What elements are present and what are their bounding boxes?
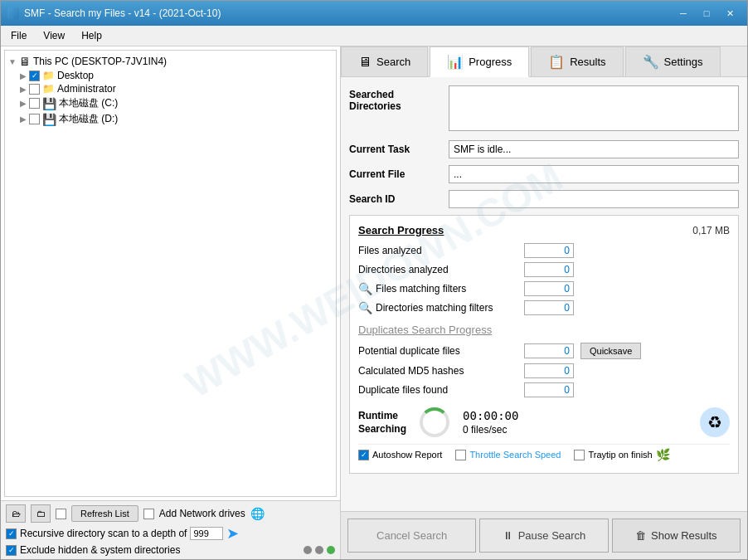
runtime-time: 00:00:00 — [463, 409, 518, 422]
tree-label-desktop: Desktop — [57, 70, 94, 81]
tree-checkbox-c[interactable] — [29, 98, 40, 109]
results-tab-icon: 📋 — [548, 54, 565, 70]
bottom-row2: ✓ Recursive directory scan to a depth of… — [6, 524, 335, 543]
tree-item-admin[interactable]: ▶ 📁 Administrator — [20, 82, 333, 95]
tab-settings[interactable]: 🔧 Settings — [625, 46, 721, 76]
search-tab-icon: 🖥 — [358, 55, 372, 70]
app-icon — [7, 7, 19, 19]
tab-results[interactable]: 📋 Results — [531, 46, 623, 76]
potential-dup-value: 0 — [524, 343, 574, 358]
exclude-label: Exclude hidden & system directories — [20, 544, 180, 556]
files-matching-value: 0 — [524, 281, 574, 296]
dup-files-value: 0 — [524, 382, 574, 397]
cancel-button[interactable]: Cancel Search — [347, 519, 476, 553]
search-progress-title: Search Progress — [358, 224, 444, 236]
traytip-option[interactable]: Traytip on finish 🌿 — [574, 448, 669, 461]
dirs-analyzed-label: Directories analyzed — [358, 264, 524, 275]
progress-header: Search Progress 0,17 MB — [358, 224, 730, 236]
search-id-label: Search ID — [349, 190, 449, 205]
current-task-row: Current Task — [349, 140, 739, 158]
tab-progress[interactable]: 📊 Progress — [430, 46, 529, 77]
tree-label-c: 本地磁盘 (C:) — [59, 96, 118, 110]
filter-icon-dirs: 🔍 — [358, 301, 372, 314]
folder-icon-desktop: 📁 — [42, 70, 55, 81]
search-progress-section: Search Progress 0,17 MB Files analyzed 0 — [349, 215, 739, 474]
menu-file[interactable]: File — [4, 27, 33, 44]
dirs-analyzed-value: 0 — [524, 262, 574, 277]
depth-input[interactable] — [190, 527, 223, 540]
tab-search[interactable]: 🖥 Search — [341, 46, 428, 76]
dirs-matching-row: 🔍 Directories matching filters 0 — [358, 300, 730, 315]
hdd-icon-c: 💾 — [42, 97, 56, 110]
exclude-checkbox[interactable]: ✓ — [6, 545, 17, 556]
tree-label-d: 本地磁盘 (D:) — [59, 112, 118, 126]
menu-help[interactable]: Help — [75, 27, 109, 44]
minimize-button[interactable]: ─ — [673, 5, 694, 22]
arrow-icon[interactable]: ➤ — [226, 524, 239, 543]
tree-item-desktop[interactable]: ▶ ✓ 📁 Desktop — [20, 69, 333, 82]
files-matching-text: Files matching filters — [376, 283, 466, 295]
add-network-checkbox[interactable] — [143, 509, 154, 519]
window-controls: ─ □ ✕ — [673, 5, 741, 22]
current-file-input[interactable] — [449, 165, 739, 183]
autoshow-label: Autoshow Report — [372, 450, 442, 460]
tree-checkbox-d[interactable] — [29, 114, 40, 124]
tree-root[interactable]: ▼ 🖥 This PC (DESKTOP-7JV1IN4) — [8, 54, 333, 69]
potential-dup-text: Potential duplicate files — [358, 345, 460, 357]
refresh-checkbox[interactable] — [56, 509, 66, 519]
runtime-labels: Runtime Searching — [358, 410, 406, 435]
maximize-button[interactable]: □ — [696, 5, 717, 22]
tree-item-d[interactable]: ▶ 💾 本地磁盘 (D:) — [20, 111, 333, 127]
close-button[interactable]: ✕ — [719, 5, 741, 22]
files-analyzed-text: Files analyzed — [358, 245, 422, 256]
autoshow-option[interactable]: ✓ Autoshow Report — [358, 450, 442, 460]
bottom-row3: ✓ Exclude hidden & system directories — [6, 544, 335, 556]
bottom-row1: 🗁 🗀 Refresh List Add Network drives 🌐 — [6, 504, 335, 523]
left-panel: ▼ 🖥 This PC (DESKTOP-7JV1IN4) ▶ ✓ 📁 Desk… — [1, 46, 341, 559]
throttle-option[interactable]: Throttle Search Speed — [455, 450, 561, 460]
current-task-input[interactable] — [449, 140, 739, 158]
hdd-icon-d: 💾 — [42, 113, 56, 126]
searched-directories-input[interactable] — [449, 85, 739, 131]
tree-root-label: This PC (DESKTOP-7JV1IN4) — [33, 56, 167, 67]
tree-checkbox-desktop[interactable]: ✓ — [29, 71, 40, 81]
tab-progress-label: Progress — [469, 56, 512, 68]
tree-btn-1[interactable]: 🗁 — [6, 504, 26, 523]
files-matching-row: 🔍 Files matching filters 0 — [358, 281, 730, 296]
dot-gray-1 — [304, 546, 312, 554]
autoshow-checkbox[interactable]: ✓ — [358, 450, 369, 460]
tree-item-c[interactable]: ▶ 💾 本地磁盘 (C:) — [20, 95, 333, 111]
refresh-button[interactable]: Refresh List — [71, 505, 138, 522]
settings-tab-icon: 🔧 — [643, 54, 659, 70]
results-button[interactable]: 🗑 Show Results — [612, 519, 741, 553]
runtime-values: 00:00:00 0 files/sec — [463, 409, 518, 436]
tree-btn-2[interactable]: 🗀 — [31, 504, 51, 523]
searching-label: Searching — [358, 423, 406, 435]
content-area: Searched Directories Current Task Curren… — [341, 77, 747, 511]
dirs-matching-value: 0 — [524, 300, 574, 315]
results-label: Show Results — [651, 529, 716, 542]
file-tree[interactable]: ▼ 🖥 This PC (DESKTOP-7JV1IN4) ▶ ✓ 📁 Desk… — [4, 50, 337, 497]
tree-indent-d: ▶ 💾 本地磁盘 (D:) — [20, 111, 333, 127]
menu-view[interactable]: View — [36, 27, 71, 44]
potential-dup-label: Potential duplicate files — [358, 345, 524, 357]
recursive-checkbox[interactable]: ✓ — [6, 528, 17, 539]
main-window: SMF - Search my Files - v14 - (2021-Oct-… — [0, 0, 748, 560]
title-bar-left: SMF - Search my Files - v14 - (2021-Oct-… — [7, 7, 221, 19]
throttle-checkbox[interactable] — [455, 450, 466, 460]
bottom-bar: 🗁 🗀 Refresh List Add Network drives 🌐 ✓ … — [1, 500, 340, 559]
files-analyzed-value: 0 — [524, 243, 574, 258]
tree-checkbox-admin[interactable] — [29, 84, 40, 95]
runtime-speed: 0 files/sec — [463, 424, 518, 436]
pause-button[interactable]: ⏸ Pause Search — [479, 519, 608, 553]
search-id-input[interactable] — [449, 190, 739, 208]
current-task-label: Current Task — [349, 140, 449, 155]
searched-dir-label: Searched Directories — [349, 85, 449, 112]
traytip-checkbox[interactable] — [574, 450, 585, 460]
files-analyzed-row: Files analyzed 0 — [358, 243, 730, 258]
tab-search-label: Search — [376, 56, 410, 68]
cancel-label: Cancel Search — [376, 529, 447, 542]
dot-gray-2 — [315, 546, 323, 554]
quicksave-button[interactable]: Quicksave — [580, 343, 641, 359]
tree-label-admin: Administrator — [57, 83, 116, 95]
